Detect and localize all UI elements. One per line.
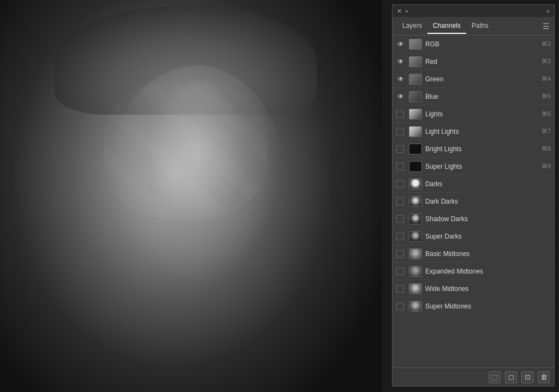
visibility-eye-darks[interactable] (396, 179, 406, 189)
channel-name-wide-midtones: Wide Midtones (425, 285, 551, 293)
channel-checkbox-bright-lights[interactable] (396, 145, 404, 153)
visibility-eye-blue[interactable]: 👁 (396, 92, 406, 102)
visibility-eye-super-darks[interactable] (396, 231, 406, 241)
channel-row-shadow-darks[interactable]: Shadow Darks (393, 210, 554, 228)
channel-name-blue: Blue (425, 93, 539, 100)
channel-shortcut-blue: ⌘5 (542, 93, 551, 100)
channel-thumb-red (409, 56, 422, 67)
channel-thumb-rgb (409, 39, 422, 50)
channel-name-basic-midtones: Basic Midtones (425, 250, 551, 258)
channel-row-super-darks[interactable]: Super Darks (393, 228, 554, 245)
channel-checkbox-light-lights[interactable] (396, 128, 404, 135)
channel-thumb-light-lights (409, 126, 422, 137)
channel-row-dark-darks[interactable]: Dark Darks (393, 193, 554, 210)
channel-row-lights[interactable]: Lights⌘6 (393, 105, 554, 123)
channel-checkbox-super-midtones[interactable] (396, 302, 404, 310)
collapse-right-icon[interactable]: « (546, 8, 550, 14)
channel-thumb-super-midtones (409, 301, 422, 312)
visibility-eye-light-lights[interactable] (396, 127, 406, 136)
channel-checkbox-darks[interactable] (396, 180, 404, 188)
channel-name-rgb: RGB (425, 40, 539, 48)
channel-thumb-darks (409, 179, 422, 189)
channel-checkbox-dark-darks[interactable] (396, 198, 404, 205)
channel-shortcut-rgb: ⌘2 (542, 40, 551, 47)
visibility-eye-red[interactable]: 👁 (396, 57, 406, 67)
expand-icon[interactable]: » (405, 8, 408, 14)
channel-name-darks: Darks (425, 180, 551, 188)
visibility-eye-super-lights[interactable] (396, 162, 406, 171)
channel-thumb-expanded-midtones (409, 266, 422, 277)
channel-thumb-basic-midtones (409, 248, 422, 259)
channels-panel: ✕ » « Layers Channels Paths ☰ 👁RGB⌘2👁Red… (392, 4, 555, 387)
channel-row-expanded-midtones[interactable]: Expanded Midtones (393, 263, 554, 280)
channel-name-green: Green (425, 75, 539, 83)
channel-row-blue[interactable]: 👁Blue⌘5 (393, 88, 554, 105)
channel-checkbox-expanded-midtones[interactable] (396, 268, 404, 275)
channel-row-wide-midtones[interactable]: Wide Midtones (393, 280, 554, 298)
channel-thumb-dark-darks (409, 196, 422, 207)
panel-tabs: Layers Channels Paths ☰ (393, 17, 554, 35)
channel-name-lights: Lights (425, 110, 539, 118)
channel-name-shadow-darks: Shadow Darks (425, 215, 551, 223)
channel-name-light-lights: Light Lights (425, 128, 539, 135)
channel-checkbox-super-lights[interactable] (396, 163, 404, 170)
tab-layers[interactable]: Layers (397, 19, 427, 34)
visibility-eye-wide-midtones[interactable] (396, 284, 406, 294)
channel-thumb-wide-midtones (409, 283, 422, 294)
channel-row-light-lights[interactable]: Light Lights⌘7 (393, 123, 554, 140)
panel-topbar: ✕ » « (393, 5, 554, 17)
channel-name-expanded-midtones: Expanded Midtones (425, 268, 551, 275)
channel-name-dark-darks: Dark Darks (425, 198, 551, 205)
delete-channel-button[interactable]: 🗑 (538, 371, 550, 383)
channel-shortcut-light-lights: ⌘7 (542, 128, 551, 135)
channel-row-rgb[interactable]: 👁RGB⌘2 (393, 35, 554, 53)
channel-shortcut-super-lights: ⌘9 (542, 163, 551, 170)
channel-checkbox-super-darks[interactable] (396, 233, 404, 240)
visibility-eye-lights[interactable] (396, 109, 406, 119)
visibility-eye-bright-lights[interactable] (396, 144, 406, 154)
channel-name-super-midtones: Super Midtones (425, 302, 551, 310)
channel-thumb-bright-lights (409, 144, 422, 155)
bottom-toolbar: ⬚ ◻ ⊡ 🗑 (393, 367, 554, 386)
save-selection-button[interactable]: ◻ (505, 371, 517, 383)
channel-thumb-super-lights (409, 161, 422, 172)
channel-name-red: Red (425, 58, 539, 66)
load-selection-button[interactable]: ⬚ (489, 371, 501, 383)
channel-checkbox-basic-midtones[interactable] (396, 250, 404, 258)
photo-area (0, 0, 382, 392)
visibility-eye-expanded-midtones[interactable] (396, 266, 406, 276)
channels-list: 👁RGB⌘2👁Red⌘3👁Green⌘4👁Blue⌘5Lights⌘6Light… (393, 35, 554, 367)
tab-paths[interactable]: Paths (466, 19, 494, 34)
selection-hatching (104, 82, 267, 218)
visibility-eye-green[interactable]: 👁 (396, 74, 406, 84)
channel-row-green[interactable]: 👁Green⌘4 (393, 70, 554, 88)
channel-shortcut-bright-lights: ⌘8 (542, 145, 551, 152)
visibility-eye-basic-midtones[interactable] (396, 249, 406, 259)
channel-name-bright-lights: Bright Lights (425, 145, 539, 153)
new-channel-button[interactable]: ⊡ (521, 371, 533, 383)
visibility-eye-shadow-darks[interactable] (396, 214, 406, 224)
channel-shortcut-lights: ⌘6 (542, 110, 551, 117)
channel-checkbox-wide-midtones[interactable] (396, 285, 404, 293)
channel-row-bright-lights[interactable]: Bright Lights⌘8 (393, 140, 554, 158)
channel-row-super-midtones[interactable]: Super Midtones (393, 298, 554, 315)
channel-thumb-blue (409, 91, 422, 102)
visibility-eye-rgb[interactable]: 👁 (396, 39, 406, 49)
channel-thumb-shadow-darks (409, 213, 422, 224)
channel-checkbox-lights[interactable] (396, 110, 404, 118)
channel-row-super-lights[interactable]: Super Lights⌘9 (393, 158, 554, 175)
channel-row-red[interactable]: 👁Red⌘3 (393, 53, 554, 70)
channel-name-super-darks: Super Darks (425, 233, 551, 240)
channel-thumb-lights (409, 109, 422, 120)
tab-channels[interactable]: Channels (427, 19, 466, 34)
visibility-eye-super-midtones[interactable] (396, 301, 406, 311)
channel-shortcut-green: ⌘4 (542, 75, 551, 82)
channel-row-darks[interactable]: Darks (393, 175, 554, 193)
channel-checkbox-shadow-darks[interactable] (396, 215, 404, 223)
channel-thumb-super-darks (409, 231, 422, 242)
close-icon[interactable]: ✕ (397, 8, 402, 15)
channel-shortcut-red: ⌘3 (542, 58, 551, 65)
visibility-eye-dark-darks[interactable] (396, 197, 406, 206)
panel-menu-icon[interactable]: ☰ (543, 22, 550, 31)
channel-row-basic-midtones[interactable]: Basic Midtones (393, 245, 554, 263)
